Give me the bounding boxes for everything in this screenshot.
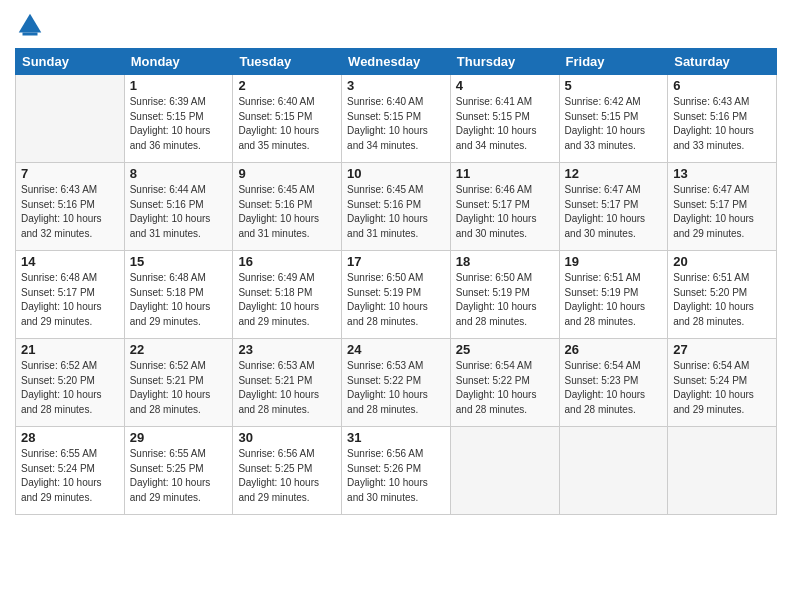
day-info: Sunrise: 6:45 AMSunset: 5:16 PMDaylight:… <box>347 183 445 241</box>
day-cell: 21Sunrise: 6:52 AMSunset: 5:20 PMDayligh… <box>16 339 125 427</box>
day-info: Sunrise: 6:40 AMSunset: 5:15 PMDaylight:… <box>238 95 336 153</box>
day-info: Sunrise: 6:52 AMSunset: 5:20 PMDaylight:… <box>21 359 119 417</box>
day-info: Sunrise: 6:53 AMSunset: 5:21 PMDaylight:… <box>238 359 336 417</box>
day-info: Sunrise: 6:52 AMSunset: 5:21 PMDaylight:… <box>130 359 228 417</box>
day-info: Sunrise: 6:50 AMSunset: 5:19 PMDaylight:… <box>456 271 554 329</box>
day-cell: 4Sunrise: 6:41 AMSunset: 5:15 PMDaylight… <box>450 75 559 163</box>
day-info: Sunrise: 6:48 AMSunset: 5:18 PMDaylight:… <box>130 271 228 329</box>
weekday-header-row: SundayMondayTuesdayWednesdayThursdayFrid… <box>16 49 777 75</box>
day-number: 14 <box>21 254 119 269</box>
day-cell: 24Sunrise: 6:53 AMSunset: 5:22 PMDayligh… <box>342 339 451 427</box>
day-cell: 23Sunrise: 6:53 AMSunset: 5:21 PMDayligh… <box>233 339 342 427</box>
day-cell: 27Sunrise: 6:54 AMSunset: 5:24 PMDayligh… <box>668 339 777 427</box>
day-cell <box>668 427 777 515</box>
day-cell: 25Sunrise: 6:54 AMSunset: 5:22 PMDayligh… <box>450 339 559 427</box>
logo-icon <box>15 10 45 40</box>
week-row-1: 1Sunrise: 6:39 AMSunset: 5:15 PMDaylight… <box>16 75 777 163</box>
day-number: 31 <box>347 430 445 445</box>
day-info: Sunrise: 6:42 AMSunset: 5:15 PMDaylight:… <box>565 95 663 153</box>
day-number: 2 <box>238 78 336 93</box>
day-info: Sunrise: 6:55 AMSunset: 5:24 PMDaylight:… <box>21 447 119 505</box>
day-number: 22 <box>130 342 228 357</box>
day-cell: 6Sunrise: 6:43 AMSunset: 5:16 PMDaylight… <box>668 75 777 163</box>
day-cell: 9Sunrise: 6:45 AMSunset: 5:16 PMDaylight… <box>233 163 342 251</box>
day-cell: 19Sunrise: 6:51 AMSunset: 5:19 PMDayligh… <box>559 251 668 339</box>
day-number: 3 <box>347 78 445 93</box>
day-cell: 10Sunrise: 6:45 AMSunset: 5:16 PMDayligh… <box>342 163 451 251</box>
day-info: Sunrise: 6:56 AMSunset: 5:25 PMDaylight:… <box>238 447 336 505</box>
day-number: 1 <box>130 78 228 93</box>
day-number: 26 <box>565 342 663 357</box>
day-cell: 2Sunrise: 6:40 AMSunset: 5:15 PMDaylight… <box>233 75 342 163</box>
weekday-header-sunday: Sunday <box>16 49 125 75</box>
day-info: Sunrise: 6:54 AMSunset: 5:23 PMDaylight:… <box>565 359 663 417</box>
day-number: 29 <box>130 430 228 445</box>
day-info: Sunrise: 6:47 AMSunset: 5:17 PMDaylight:… <box>565 183 663 241</box>
day-number: 21 <box>21 342 119 357</box>
day-cell: 17Sunrise: 6:50 AMSunset: 5:19 PMDayligh… <box>342 251 451 339</box>
day-number: 15 <box>130 254 228 269</box>
week-row-5: 28Sunrise: 6:55 AMSunset: 5:24 PMDayligh… <box>16 427 777 515</box>
day-info: Sunrise: 6:54 AMSunset: 5:24 PMDaylight:… <box>673 359 771 417</box>
svg-rect-1 <box>23 33 38 36</box>
day-cell: 29Sunrise: 6:55 AMSunset: 5:25 PMDayligh… <box>124 427 233 515</box>
weekday-header-wednesday: Wednesday <box>342 49 451 75</box>
day-cell: 14Sunrise: 6:48 AMSunset: 5:17 PMDayligh… <box>16 251 125 339</box>
day-number: 8 <box>130 166 228 181</box>
day-cell: 31Sunrise: 6:56 AMSunset: 5:26 PMDayligh… <box>342 427 451 515</box>
day-number: 28 <box>21 430 119 445</box>
day-number: 9 <box>238 166 336 181</box>
day-info: Sunrise: 6:55 AMSunset: 5:25 PMDaylight:… <box>130 447 228 505</box>
day-info: Sunrise: 6:54 AMSunset: 5:22 PMDaylight:… <box>456 359 554 417</box>
day-cell: 5Sunrise: 6:42 AMSunset: 5:15 PMDaylight… <box>559 75 668 163</box>
day-info: Sunrise: 6:44 AMSunset: 5:16 PMDaylight:… <box>130 183 228 241</box>
day-info: Sunrise: 6:40 AMSunset: 5:15 PMDaylight:… <box>347 95 445 153</box>
day-cell: 11Sunrise: 6:46 AMSunset: 5:17 PMDayligh… <box>450 163 559 251</box>
day-info: Sunrise: 6:48 AMSunset: 5:17 PMDaylight:… <box>21 271 119 329</box>
day-cell <box>559 427 668 515</box>
day-cell: 18Sunrise: 6:50 AMSunset: 5:19 PMDayligh… <box>450 251 559 339</box>
day-number: 16 <box>238 254 336 269</box>
day-info: Sunrise: 6:51 AMSunset: 5:20 PMDaylight:… <box>673 271 771 329</box>
week-row-4: 21Sunrise: 6:52 AMSunset: 5:20 PMDayligh… <box>16 339 777 427</box>
day-number: 20 <box>673 254 771 269</box>
weekday-header-tuesday: Tuesday <box>233 49 342 75</box>
day-cell: 16Sunrise: 6:49 AMSunset: 5:18 PMDayligh… <box>233 251 342 339</box>
day-cell: 15Sunrise: 6:48 AMSunset: 5:18 PMDayligh… <box>124 251 233 339</box>
calendar-table: SundayMondayTuesdayWednesdayThursdayFrid… <box>15 48 777 515</box>
weekday-header-thursday: Thursday <box>450 49 559 75</box>
day-info: Sunrise: 6:53 AMSunset: 5:22 PMDaylight:… <box>347 359 445 417</box>
day-cell: 7Sunrise: 6:43 AMSunset: 5:16 PMDaylight… <box>16 163 125 251</box>
day-cell: 13Sunrise: 6:47 AMSunset: 5:17 PMDayligh… <box>668 163 777 251</box>
day-cell: 26Sunrise: 6:54 AMSunset: 5:23 PMDayligh… <box>559 339 668 427</box>
week-row-2: 7Sunrise: 6:43 AMSunset: 5:16 PMDaylight… <box>16 163 777 251</box>
day-cell: 8Sunrise: 6:44 AMSunset: 5:16 PMDaylight… <box>124 163 233 251</box>
day-info: Sunrise: 6:43 AMSunset: 5:16 PMDaylight:… <box>21 183 119 241</box>
day-cell <box>16 75 125 163</box>
day-number: 17 <box>347 254 445 269</box>
day-cell: 22Sunrise: 6:52 AMSunset: 5:21 PMDayligh… <box>124 339 233 427</box>
header <box>15 10 777 40</box>
page: SundayMondayTuesdayWednesdayThursdayFrid… <box>0 0 792 612</box>
day-number: 18 <box>456 254 554 269</box>
day-info: Sunrise: 6:49 AMSunset: 5:18 PMDaylight:… <box>238 271 336 329</box>
weekday-header-monday: Monday <box>124 49 233 75</box>
weekday-header-saturday: Saturday <box>668 49 777 75</box>
day-number: 7 <box>21 166 119 181</box>
day-cell: 3Sunrise: 6:40 AMSunset: 5:15 PMDaylight… <box>342 75 451 163</box>
day-number: 12 <box>565 166 663 181</box>
day-cell <box>450 427 559 515</box>
weekday-header-friday: Friday <box>559 49 668 75</box>
day-cell: 1Sunrise: 6:39 AMSunset: 5:15 PMDaylight… <box>124 75 233 163</box>
day-info: Sunrise: 6:39 AMSunset: 5:15 PMDaylight:… <box>130 95 228 153</box>
day-number: 6 <box>673 78 771 93</box>
day-cell: 12Sunrise: 6:47 AMSunset: 5:17 PMDayligh… <box>559 163 668 251</box>
day-info: Sunrise: 6:50 AMSunset: 5:19 PMDaylight:… <box>347 271 445 329</box>
day-info: Sunrise: 6:43 AMSunset: 5:16 PMDaylight:… <box>673 95 771 153</box>
day-info: Sunrise: 6:47 AMSunset: 5:17 PMDaylight:… <box>673 183 771 241</box>
day-info: Sunrise: 6:51 AMSunset: 5:19 PMDaylight:… <box>565 271 663 329</box>
day-number: 19 <box>565 254 663 269</box>
day-number: 13 <box>673 166 771 181</box>
day-info: Sunrise: 6:56 AMSunset: 5:26 PMDaylight:… <box>347 447 445 505</box>
day-number: 30 <box>238 430 336 445</box>
